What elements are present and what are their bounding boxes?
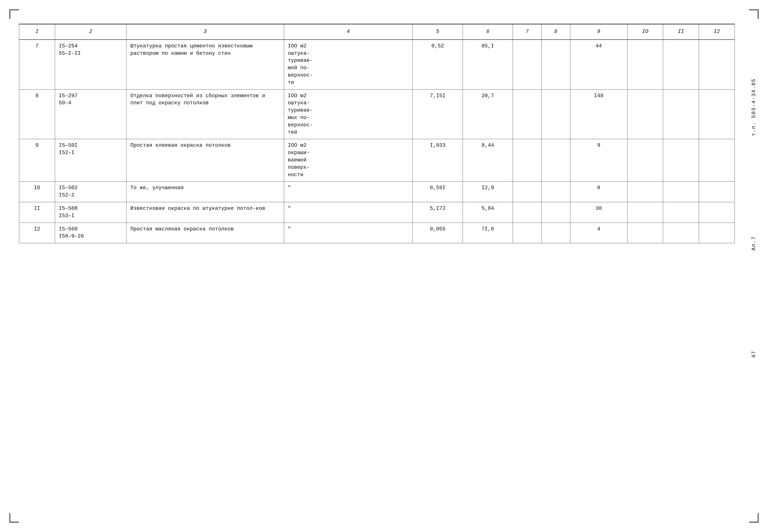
header-col4: 4 <box>284 24 413 40</box>
cell-row2-col6: 20,7 <box>463 89 513 139</box>
cell-row2-col12 <box>699 89 735 139</box>
cell-row4-col9: 8 <box>570 182 627 202</box>
right-sidebar: т.п. 503-4-34.85 Ап.7 47 <box>740 28 768 408</box>
cell-row3-col4: IOO м2 окраши- ваемой поверх- ности <box>284 139 413 182</box>
cell-row5-col3: Известковая окраска по штукатурке потол-… <box>126 202 284 223</box>
cell-row1-col12 <box>699 40 735 89</box>
cell-row5-col4: " <box>284 202 413 223</box>
cell-row1-col4: IOO м2 оштука- туривае- мой по- верхнос-… <box>284 40 413 89</box>
cell-row2-col3: Отделка поверхностей из сборных элементо… <box>126 89 284 139</box>
header-col10: IO <box>627 24 663 40</box>
cell-row4-col12 <box>699 182 735 202</box>
cell-row2-col9: I48 <box>570 89 627 139</box>
header-col9: 9 <box>570 24 627 40</box>
cell-row4-col10 <box>627 182 663 202</box>
cell-row4-col7 <box>513 182 541 202</box>
main-content: I 2 3 4 5 6 7 8 9 IO II I2 7I5–254 55–I–… <box>19 24 735 508</box>
cell-row5-col12 <box>699 202 735 223</box>
cell-row2-col5: 7,I5I <box>413 89 463 139</box>
cell-row5-col5: 5,I72 <box>413 202 463 223</box>
cell-row3-col12 <box>699 139 735 182</box>
table-row: 9I5–50I I52–IПростая клеевая окраска пот… <box>19 139 735 182</box>
cell-row4-col6: I2,9 <box>463 182 513 202</box>
cell-row2-col7 <box>513 89 541 139</box>
cell-row3-col11 <box>663 139 699 182</box>
table-header-row: I 2 3 4 5 6 7 8 9 IO II I2 <box>19 24 735 40</box>
cell-row1-col2: I5–254 55–I–II <box>55 40 126 89</box>
cell-row6-col1: I2 <box>19 223 55 243</box>
corner-bracket-br <box>749 513 759 523</box>
cell-row6-col5: 0,055 <box>413 223 463 243</box>
cell-row4-col2: I5–502 I52–2 <box>55 182 126 202</box>
cell-row3-col9: 9 <box>570 139 627 182</box>
cell-row1-col8 <box>541 40 570 89</box>
cell-row5-col6: 5,84 <box>463 202 513 223</box>
cell-row2-col2: I5–297 59–4 <box>55 89 126 139</box>
header-col6: 6 <box>463 24 513 40</box>
cell-row6-col4: " <box>284 223 413 243</box>
cell-row4-col3: То же, улучшенная <box>126 182 284 202</box>
cell-row1-col10 <box>627 40 663 89</box>
cell-row1-col7 <box>513 40 541 89</box>
cell-row6-col2: I5–560 I58–9–26 <box>55 223 126 243</box>
cell-row5-col9: 30 <box>570 202 627 223</box>
header-col11: II <box>663 24 699 40</box>
cell-row5-col7 <box>513 202 541 223</box>
cell-row2-col11 <box>663 89 699 139</box>
cell-row3-col2: I5–50I I52–I <box>55 139 126 182</box>
cell-row4-col11 <box>663 182 699 202</box>
cell-row6-col6: 7I,8 <box>463 223 513 243</box>
cell-row5-col1: II <box>19 202 55 223</box>
cell-row5-col2: I5–508 I53–I <box>55 202 126 223</box>
header-col12: I2 <box>699 24 735 40</box>
cell-row3-col10 <box>627 139 663 182</box>
cell-row3-col7 <box>513 139 541 182</box>
header-col8: 8 <box>541 24 570 40</box>
cell-row2-col4: IOO м2 оштука- туривае- мых по- верхнос-… <box>284 89 413 139</box>
cell-row2-col8 <box>541 89 570 139</box>
table-row: III5–508 I53–IИзвестковая окраска по шту… <box>19 202 735 223</box>
corner-bracket-tl <box>9 9 19 19</box>
cell-row4-col8 <box>541 182 570 202</box>
header-col5: 5 <box>413 24 463 40</box>
cell-row4-col5: 0,59I <box>413 182 463 202</box>
header-col1: I <box>19 24 55 40</box>
data-table: I 2 3 4 5 6 7 8 9 IO II I2 7I5–254 55–I–… <box>19 24 735 243</box>
cell-row6-col11 <box>663 223 699 243</box>
cell-row6-col10 <box>627 223 663 243</box>
cell-row1-col6: 85,I <box>463 40 513 89</box>
header-col3: 3 <box>126 24 284 40</box>
cell-row3-col5: I,033 <box>413 139 463 182</box>
cell-row3-col6: 8,44 <box>463 139 513 182</box>
cell-row3-col8 <box>541 139 570 182</box>
cell-row5-col11 <box>663 202 699 223</box>
cell-row6-col7 <box>513 223 541 243</box>
right-label-top: т.п. 503-4-34.85 <box>751 78 757 136</box>
cell-row4-col1: IO <box>19 182 55 202</box>
cell-row3-col3: Простая клеевая окраска потолков <box>126 139 284 182</box>
header-col7: 7 <box>513 24 541 40</box>
right-label-bot: 47 <box>751 351 757 358</box>
cell-row1-col1: 7 <box>19 40 55 89</box>
cell-row5-col8 <box>541 202 570 223</box>
corner-bracket-bl <box>9 513 19 523</box>
cell-row2-col1: 8 <box>19 89 55 139</box>
right-label-mid: Ап.7 <box>751 236 757 251</box>
cell-row3-col1: 9 <box>19 139 55 182</box>
cell-row1-col5: 0,52 <box>413 40 463 89</box>
corner-bracket-tr <box>749 9 759 19</box>
cell-row1-col11 <box>663 40 699 89</box>
cell-row6-col12 <box>699 223 735 243</box>
table-row: IOI5–502 I52–2То же, улучшенная"0,59II2,… <box>19 182 735 202</box>
table-row: 7I5–254 55–I–IIШтукатурка простая цемент… <box>19 40 735 89</box>
cell-row6-col3: Простая масляная окраска потолков <box>126 223 284 243</box>
cell-row4-col4: " <box>284 182 413 202</box>
cell-row2-col10 <box>627 89 663 139</box>
cell-row1-col3: Штукатурка простая цементно известковым … <box>126 40 284 89</box>
cell-row5-col10 <box>627 202 663 223</box>
cell-row1-col9: 44 <box>570 40 627 89</box>
cell-row6-col9: 4 <box>570 223 627 243</box>
header-col2: 2 <box>55 24 126 40</box>
table-row: I2I5–560 I58–9–26Простая масляная окраск… <box>19 223 735 243</box>
cell-row6-col8 <box>541 223 570 243</box>
